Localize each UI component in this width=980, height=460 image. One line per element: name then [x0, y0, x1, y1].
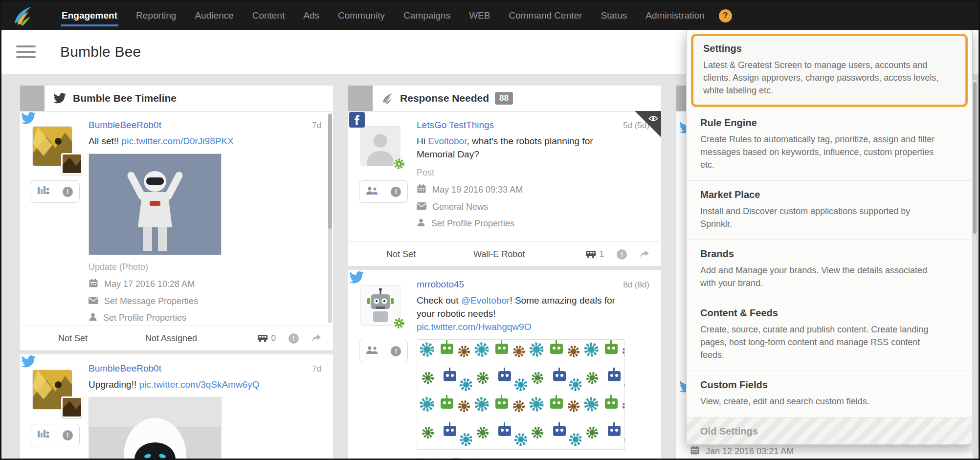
menu-item-old-settings[interactable]: Old Settings Deprecated version of Setti… [687, 417, 972, 445]
nav-item-content[interactable]: Content [243, 1, 294, 30]
post-text: Check out @Evoltobor! Some amazing deals… [417, 294, 622, 333]
column-count-badge: 88 [495, 92, 513, 105]
nav-item-status[interactable]: Status [591, 1, 636, 30]
queue-icon[interactable] [38, 186, 49, 197]
nav-item-web[interactable]: WEB [460, 1, 499, 30]
avatar-secondary[interactable] [61, 153, 83, 175]
people-icon[interactable] [366, 186, 379, 197]
help-icon[interactable]: ? [719, 9, 732, 22]
menu-item-description: Add and Manage your brands. View the det… [700, 264, 943, 289]
post-actions-box [31, 180, 80, 203]
page-scrollbar-thumb[interactable] [973, 82, 977, 234]
profile-properties-row[interactable]: Set Profile Properties [89, 312, 323, 324]
twitter-icon [53, 93, 66, 104]
share-icon[interactable] [312, 334, 321, 343]
calendar-icon [89, 278, 98, 290]
people-icon[interactable] [366, 346, 379, 356]
assignee[interactable]: Not Assigned [145, 333, 197, 344]
message-properties-row[interactable]: Set Message Properties [89, 296, 323, 307]
menu-item-rule-engine[interactable]: Rule Engine Create Rules to automaticall… [687, 109, 972, 180]
post-date-row: Jan 12 2016 03:21 AM [690, 445, 794, 458]
post-photo[interactable] [89, 153, 222, 255]
post-type-label: Update (Photo) [89, 262, 323, 272]
post-date-row: May 17 2016 10:28 AM [89, 278, 323, 290]
menu-icon[interactable] [16, 45, 36, 58]
post-type-label: Post [417, 168, 651, 178]
menu-item-custom-fields[interactable]: Custom Fields View, create, edit and sea… [687, 371, 972, 417]
column-drag-handle[interactable] [348, 86, 373, 111]
alert-icon[interactable] [289, 333, 299, 344]
post-age: 7d [312, 121, 323, 131]
post-text: Hi Evoltobor, what's the robots planning… [417, 134, 622, 161]
assignee[interactable]: Wall-E Robot [473, 249, 525, 260]
nav-item-community[interactable]: Community [329, 1, 394, 30]
mention-link[interactable]: Evoltobor [428, 136, 467, 146]
nav-item-administration[interactable]: Administration [636, 1, 713, 30]
post-text: All set!! pic.twitter.com/D0rJi98PKX [89, 134, 299, 148]
menu-item-description: View, create, edit and search custom fie… [700, 395, 943, 408]
author-link[interactable]: mrroboto45 [417, 279, 464, 290]
menu-item-title: Rule Engine [700, 117, 958, 129]
column-scrollbar-thumb[interactable] [328, 114, 332, 229]
sprinklr-logo-icon[interactable] [12, 5, 33, 26]
nav-item-reporting[interactable]: Reporting [127, 1, 185, 30]
post-rail [353, 277, 417, 459]
envelope-icon [417, 202, 426, 212]
nav-item-ads[interactable]: Ads [294, 1, 329, 30]
alert-icon[interactable] [63, 430, 73, 440]
column-drag-handle[interactable] [20, 86, 45, 111]
menu-item-market-place[interactable]: Market Place Install and Discover custom… [687, 180, 972, 240]
person-icon [89, 312, 97, 324]
alert-icon[interactable] [63, 187, 73, 197]
facebook-icon [349, 112, 365, 130]
menu-item-brands[interactable]: Brands Add and Manage your brands. View … [687, 240, 972, 299]
alert-icon[interactable] [391, 187, 401, 197]
person-icon [417, 218, 425, 229]
menu-item-description: Latest & Greatest Screen to manage users… [703, 59, 946, 97]
column-title: Bumble Bee Timeline [73, 92, 177, 104]
queue-status[interactable]: Not Set [386, 249, 416, 260]
menu-item-content-and-feeds[interactable]: Content & Feeds Create, source, curate a… [687, 299, 972, 371]
avatar-secondary[interactable] [61, 396, 83, 418]
post-actions-box [359, 180, 408, 203]
alert-icon[interactable] [391, 346, 401, 356]
nav-items: Engagement Reporting Audience Content Ad… [52, 1, 714, 30]
menu-item-settings[interactable]: Settings Latest & Greatest Screen to man… [691, 34, 968, 107]
author-link[interactable]: BumbleBeeRob0t [89, 120, 161, 131]
eye-icon[interactable] [648, 114, 659, 125]
post-photo[interactable] [89, 397, 222, 459]
post-photo[interactable] [417, 339, 625, 450]
queue-icon[interactable] [38, 430, 49, 440]
message-properties-row[interactable]: General News [417, 202, 651, 212]
share-icon[interactable] [640, 250, 649, 259]
author-link[interactable]: BumbleBeeRob0t [89, 363, 161, 374]
media-link[interactable]: pic.twitter.com/D0rJi98PKX [122, 136, 234, 146]
nav-item-campaigns[interactable]: Campaigns [394, 1, 460, 30]
post-age: 8d (8d) [623, 280, 651, 290]
nav-item-audience[interactable]: Audience [185, 1, 243, 30]
mention-link[interactable]: @Evoltobor [461, 295, 510, 306]
media-link[interactable]: pic.twitter.com/Hwahgqw9O [417, 322, 531, 332]
menu-item-title: Custom Fields [700, 379, 958, 391]
alert-icon[interactable] [617, 249, 627, 260]
count-label: 1 [600, 249, 604, 259]
sprinklr-feather-icon [381, 92, 393, 104]
bus-icon[interactable]: 0 [257, 333, 276, 343]
media-link[interactable]: pic.twitter.com/3qSkAmw6yQ [139, 379, 260, 390]
queue-status[interactable]: Not Set [58, 333, 88, 344]
bus-icon[interactable]: 1 [585, 249, 604, 259]
post-rail [25, 361, 89, 459]
post-text: Upgrading!! pic.twitter.com/3qSkAmw6yQ [89, 378, 299, 391]
profile-properties-row[interactable]: Set Profile Properties [417, 218, 651, 229]
twitter-icon [21, 355, 36, 370]
column-bumble-bee-timeline: Bumble Bee Timeline [20, 86, 333, 459]
post-actions-box [359, 340, 408, 362]
menu-item-title: Content & Feeds [700, 307, 958, 319]
nav-item-command-center[interactable]: Command Center [499, 1, 591, 30]
nav-item-engagement[interactable]: Engagement [52, 1, 127, 30]
post-footer: Not Set Wall-E Robot 1 [348, 241, 661, 266]
author-link[interactable]: LetsGo TestThings [417, 120, 494, 131]
post-type-label: Mention (Photo) [417, 457, 651, 459]
column-title: Response Needed [400, 92, 489, 104]
menu-item-title: Market Place [700, 189, 958, 200]
